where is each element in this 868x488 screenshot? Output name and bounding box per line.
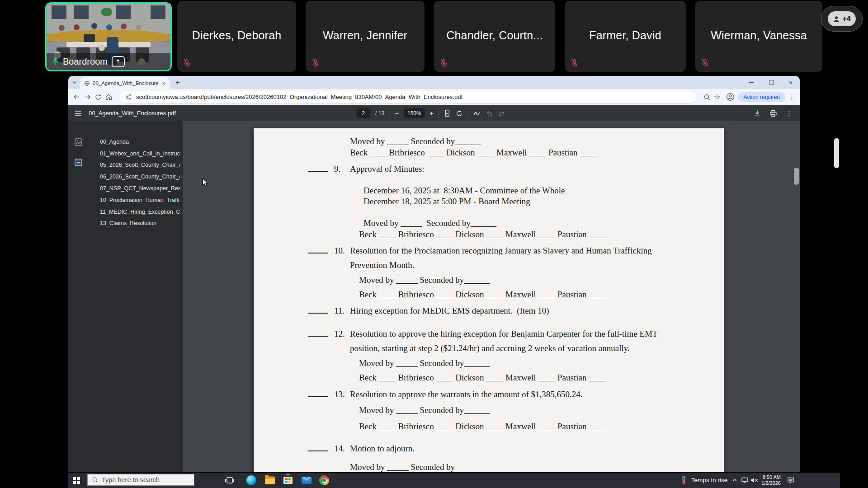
doc-item-number: 14.: [334, 444, 350, 454]
start-button[interactable]: [73, 477, 80, 484]
action-required-button[interactable]: Action required: [738, 92, 785, 102]
participant-name: Dierkes, Deborah: [177, 28, 296, 42]
pdf-menu-icon[interactable]: [75, 110, 82, 117]
mouse-cursor: [202, 178, 209, 187]
sidebar-file-item[interactable]: 13_Claims_Resolution: [100, 218, 180, 230]
taskbar: Type here to search Temps to rise: [68, 473, 840, 488]
zoom-out-button[interactable]: −: [395, 110, 399, 117]
download-icon[interactable]: [754, 110, 761, 117]
participant-tile[interactable]: Wierman, Vanessa: [695, 1, 822, 72]
window-close-button[interactable]: ×: [789, 76, 793, 89]
doc-line: Beck ____ Bribriesco ____ Dickson ____ M…: [359, 373, 606, 383]
participant-tile[interactable]: Warren, Jennifer: [306, 1, 425, 72]
thumbnails-panel-icon[interactable]: [74, 138, 83, 146]
omnibox[interactable]: scottcountyiowa.us/board/pub/enclosures/…: [119, 91, 697, 103]
browser-menu-icon[interactable]: ⋮: [788, 94, 795, 100]
bookmark-star-icon[interactable]: ☆: [714, 94, 720, 101]
taskbar-search-box[interactable]: Type here to search: [87, 474, 194, 486]
person-icon: [833, 15, 840, 23]
doc-line: Moved by _____ Seconded by______: [359, 275, 490, 285]
window-maximize-button[interactable]: [769, 76, 774, 89]
volume-muted-icon[interactable]: [750, 477, 759, 484]
action-center-icon[interactable]: [787, 477, 795, 484]
search-icon: [92, 477, 98, 483]
attachment-list: 00_Agenda 01_Webex_and_Call_in_Instruct.…: [100, 136, 180, 229]
sidebar-file-item[interactable]: 07_NSP_QCT_Newspaper_Reso...: [100, 183, 180, 194]
edge-taskbar-icon[interactable]: [246, 475, 256, 485]
boardroom-video-tile[interactable]: Boardroom: [45, 2, 172, 71]
pdf-content-area: Moved by _____ Seconded by______ Beck __…: [183, 121, 800, 472]
pdf-doc-title: 00_Agenda_With_Enclosures.pdf: [89, 110, 176, 117]
sidebar-file-item[interactable]: 00_Agenda: [100, 136, 180, 148]
site-settings-icon[interactable]: [125, 94, 132, 100]
sidebar-file-item[interactable]: 05_2026_Scott_County_Chair_A...: [100, 160, 180, 171]
doc-line: Moved by _____ Seconded by______: [359, 405, 490, 415]
screen-scrollbar-thumb[interactable]: [834, 138, 839, 168]
doc-item: 12.Resolution to approve the hiring exce…: [308, 329, 658, 339]
file-explorer-icon[interactable]: [265, 477, 275, 484]
clock-time: 8:50 AM: [759, 474, 781, 480]
microsoft-store-icon[interactable]: [283, 477, 292, 484]
rotate-icon[interactable]: [456, 110, 463, 117]
tab-search-chevron-icon[interactable]: [72, 80, 77, 85]
doc-item-number: 9.: [334, 164, 350, 174]
network-icon[interactable]: [741, 477, 750, 484]
attachments-panel-icon[interactable]: [74, 158, 83, 167]
doc-item-text: Resolution for the Proclamation recogniz…: [350, 246, 652, 255]
pdf-scrollbar-thumb[interactable]: [794, 168, 799, 185]
mail-icon[interactable]: [302, 477, 311, 484]
boardroom-name: Boardroom: [63, 56, 108, 67]
sidebar-file-item[interactable]: 01_Webex_and_Call_in_Instruct...: [100, 148, 180, 160]
zoom-level[interactable]: 150%: [404, 108, 425, 118]
sidebar-file-item[interactable]: 10_Proclamation_Human_Traffi...: [100, 194, 180, 206]
boardroom-label-bar: Boardroom: [47, 53, 170, 70]
doc-line: Moved by _____ Seconded by: [350, 462, 455, 472]
page-number-input[interactable]: 2: [357, 108, 370, 118]
taskbar-clock[interactable]: 8:50 AM 1/2/2026: [759, 474, 781, 486]
window-minimize-button[interactable]: [749, 76, 754, 89]
page-count: / 13: [375, 110, 385, 117]
participant-tile[interactable]: Chandler, Courtn...: [434, 1, 555, 72]
doc-line: Beck ____ Bribriesco ____ Dickson ____ M…: [359, 230, 606, 239]
print-icon[interactable]: [769, 110, 777, 117]
participant-tile[interactable]: Farmer, David: [565, 1, 686, 72]
reload-icon[interactable]: [94, 94, 102, 101]
zoom-in-button[interactable]: +: [429, 110, 434, 117]
mic-on-icon: [52, 57, 59, 66]
doc-item-text: Motion to adjourn.: [350, 444, 415, 453]
doc-item-text: Hiring exception for MEDIC EMS departmen…: [350, 306, 549, 315]
participant-name: Wierman, Vanessa: [695, 28, 822, 42]
zoom-indicator-icon[interactable]: [703, 94, 711, 101]
chrome-taskbar-icon[interactable]: [319, 475, 329, 485]
pdf-menu-more-icon[interactable]: ⋮: [786, 110, 793, 117]
back-icon[interactable]: [73, 93, 80, 101]
redo-icon: [498, 110, 505, 117]
browser-window: 00_Agenda_With_Enclosures.p × + ×: [68, 76, 800, 472]
participant-tile[interactable]: Dierkes, Deborah: [177, 1, 296, 72]
home-icon[interactable]: [105, 93, 113, 101]
sidebar-file-item[interactable]: 06_2026_Scott_County_Chair_A...: [100, 171, 180, 183]
sidebar-file-item[interactable]: 11_MEDIC_Hiring_Exception_C...: [100, 206, 180, 218]
tab-title: 00_Agenda_With_Enclosures.p: [93, 80, 159, 86]
taskbar-search-placeholder: Type here to search: [102, 476, 160, 483]
more-participants-badge[interactable]: +4: [821, 6, 863, 32]
mic-muted-icon: [701, 58, 709, 68]
tray-chevron-up-icon[interactable]: [732, 478, 738, 483]
weather-text[interactable]: Temps to rise: [691, 477, 727, 483]
profile-icon[interactable]: [726, 93, 735, 101]
vote-blank-line: [308, 306, 328, 314]
annotate-pen-icon[interactable]: [473, 110, 481, 117]
tab-close-icon[interactable]: ×: [162, 80, 165, 86]
browser-tab[interactable]: 00_Agenda_With_Enclosures.p ×: [80, 77, 170, 89]
weather-icon[interactable]: [680, 475, 687, 485]
fit-page-icon[interactable]: [444, 109, 451, 117]
pdf-body: 00_Agenda 01_Webex_and_Call_in_Instruct.…: [68, 121, 800, 472]
mic-muted-icon: [570, 58, 579, 68]
windows-logo-icon: [73, 477, 80, 484]
vote-blank-line: [308, 164, 328, 172]
screen-share-icon: [112, 56, 125, 67]
forward-icon[interactable]: [84, 93, 91, 101]
task-view-button[interactable]: [225, 476, 235, 484]
pdf-sidebar: 00_Agenda 01_Webex_and_Call_in_Instruct.…: [68, 121, 184, 472]
new-tab-button[interactable]: +: [175, 79, 180, 86]
